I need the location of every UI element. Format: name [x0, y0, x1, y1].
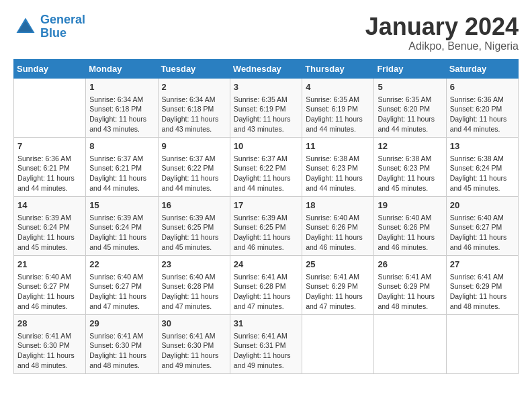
- calendar-cell: [446, 314, 518, 373]
- calendar-cell: 8Sunrise: 6:37 AM Sunset: 6:21 PM Daylig…: [86, 137, 158, 196]
- calendar-cell: 11Sunrise: 6:38 AM Sunset: 6:23 PM Dayli…: [302, 137, 374, 196]
- day-number: 5: [378, 81, 442, 93]
- day-info: Sunrise: 6:39 AM Sunset: 6:24 PM Dayligh…: [89, 213, 154, 253]
- weekday-header: Saturday: [446, 59, 518, 78]
- calendar-cell: 20Sunrise: 6:40 AM Sunset: 6:27 PM Dayli…: [446, 196, 518, 255]
- calendar-cell: 24Sunrise: 6:41 AM Sunset: 6:28 PM Dayli…: [230, 255, 302, 314]
- day-number: 21: [17, 259, 82, 271]
- day-number: 4: [306, 81, 370, 93]
- weekday-header: Wednesday: [230, 59, 302, 78]
- day-number: 26: [378, 259, 442, 271]
- calendar-cell: [302, 314, 374, 373]
- calendar-cell: 3Sunrise: 6:35 AM Sunset: 6:19 PM Daylig…: [230, 78, 302, 137]
- logo-icon: [13, 15, 38, 39]
- day-info: Sunrise: 6:35 AM Sunset: 6:19 PM Dayligh…: [234, 95, 298, 134]
- day-info: Sunrise: 6:40 AM Sunset: 6:26 PM Dayligh…: [378, 213, 442, 253]
- day-number: 23: [162, 259, 226, 271]
- day-number: 19: [378, 199, 442, 212]
- month-title: January 2024: [365, 13, 519, 40]
- day-info: Sunrise: 6:41 AM Sunset: 6:30 PM Dayligh…: [17, 331, 82, 371]
- day-number: 28: [17, 318, 82, 330]
- calendar-cell: 13Sunrise: 6:38 AM Sunset: 6:24 PM Dayli…: [446, 137, 518, 196]
- logo: General Blue: [13, 13, 85, 40]
- day-info: Sunrise: 6:37 AM Sunset: 6:21 PM Dayligh…: [89, 154, 154, 193]
- day-info: Sunrise: 6:38 AM Sunset: 6:23 PM Dayligh…: [306, 154, 370, 193]
- calendar-cell: 28Sunrise: 6:41 AM Sunset: 6:30 PM Dayli…: [14, 314, 86, 373]
- day-number: 18: [306, 199, 370, 212]
- day-number: 13: [450, 140, 515, 152]
- day-info: Sunrise: 6:40 AM Sunset: 6:27 PM Dayligh…: [89, 272, 154, 312]
- day-number: 11: [306, 140, 370, 152]
- day-info: Sunrise: 6:41 AM Sunset: 6:28 PM Dayligh…: [234, 272, 298, 312]
- calendar-cell: 14Sunrise: 6:39 AM Sunset: 6:24 PM Dayli…: [14, 196, 86, 255]
- calendar-week-row: 21Sunrise: 6:40 AM Sunset: 6:27 PM Dayli…: [14, 255, 519, 314]
- day-info: Sunrise: 6:36 AM Sunset: 6:20 PM Dayligh…: [450, 95, 515, 134]
- day-number: 1: [89, 81, 154, 93]
- calendar-cell: 5Sunrise: 6:35 AM Sunset: 6:20 PM Daylig…: [374, 78, 446, 137]
- calendar-cell: 15Sunrise: 6:39 AM Sunset: 6:24 PM Dayli…: [86, 196, 158, 255]
- day-info: Sunrise: 6:35 AM Sunset: 6:20 PM Dayligh…: [378, 95, 442, 134]
- day-number: 15: [89, 199, 154, 212]
- title-block: January 2024 Adikpo, Benue, Nigeria: [365, 13, 519, 52]
- day-info: Sunrise: 6:41 AM Sunset: 6:31 PM Dayligh…: [234, 331, 298, 371]
- day-number: 29: [89, 318, 154, 330]
- weekday-header: Thursday: [302, 59, 374, 78]
- calendar-cell: 6Sunrise: 6:36 AM Sunset: 6:20 PM Daylig…: [446, 78, 518, 137]
- day-number: 3: [234, 81, 298, 93]
- weekday-row: SundayMondayTuesdayWednesdayThursdayFrid…: [14, 59, 519, 78]
- calendar-week-row: 14Sunrise: 6:39 AM Sunset: 6:24 PM Dayli…: [14, 196, 519, 255]
- day-info: Sunrise: 6:40 AM Sunset: 6:27 PM Dayligh…: [17, 272, 82, 312]
- calendar-cell: 22Sunrise: 6:40 AM Sunset: 6:27 PM Dayli…: [86, 255, 158, 314]
- day-number: 30: [162, 318, 226, 330]
- day-info: Sunrise: 6:41 AM Sunset: 6:30 PM Dayligh…: [162, 331, 226, 371]
- day-info: Sunrise: 6:38 AM Sunset: 6:23 PM Dayligh…: [378, 154, 442, 193]
- day-number: 16: [162, 199, 226, 212]
- calendar-cell: [14, 78, 86, 137]
- day-info: Sunrise: 6:41 AM Sunset: 6:30 PM Dayligh…: [89, 331, 154, 371]
- calendar-cell: 19Sunrise: 6:40 AM Sunset: 6:26 PM Dayli…: [374, 196, 446, 255]
- location-title: Adikpo, Benue, Nigeria: [365, 40, 519, 52]
- calendar-cell: 12Sunrise: 6:38 AM Sunset: 6:23 PM Dayli…: [374, 137, 446, 196]
- calendar-cell: 16Sunrise: 6:39 AM Sunset: 6:25 PM Dayli…: [158, 196, 230, 255]
- day-info: Sunrise: 6:41 AM Sunset: 6:29 PM Dayligh…: [306, 272, 370, 312]
- calendar-cell: 31Sunrise: 6:41 AM Sunset: 6:31 PM Dayli…: [230, 314, 302, 373]
- calendar-cell: [374, 314, 446, 373]
- day-number: 24: [234, 259, 298, 271]
- calendar-cell: 17Sunrise: 6:39 AM Sunset: 6:25 PM Dayli…: [230, 196, 302, 255]
- calendar-week-row: 1Sunrise: 6:34 AM Sunset: 6:18 PM Daylig…: [14, 78, 519, 137]
- day-info: Sunrise: 6:39 AM Sunset: 6:25 PM Dayligh…: [234, 213, 298, 253]
- day-number: 2: [162, 81, 226, 93]
- calendar-week-row: 28Sunrise: 6:41 AM Sunset: 6:30 PM Dayli…: [14, 314, 519, 373]
- day-info: Sunrise: 6:40 AM Sunset: 6:28 PM Dayligh…: [162, 272, 226, 312]
- day-number: 20: [450, 199, 515, 212]
- calendar-cell: 1Sunrise: 6:34 AM Sunset: 6:18 PM Daylig…: [86, 78, 158, 137]
- calendar-cell: 10Sunrise: 6:37 AM Sunset: 6:22 PM Dayli…: [230, 137, 302, 196]
- calendar-cell: 29Sunrise: 6:41 AM Sunset: 6:30 PM Dayli…: [86, 314, 158, 373]
- day-info: Sunrise: 6:38 AM Sunset: 6:24 PM Dayligh…: [450, 154, 515, 193]
- day-info: Sunrise: 6:40 AM Sunset: 6:26 PM Dayligh…: [306, 213, 370, 253]
- day-number: 10: [234, 140, 298, 152]
- day-number: 14: [17, 199, 82, 212]
- day-number: 8: [89, 140, 154, 152]
- calendar-cell: 25Sunrise: 6:41 AM Sunset: 6:29 PM Dayli…: [302, 255, 374, 314]
- day-number: 7: [17, 140, 82, 152]
- day-info: Sunrise: 6:34 AM Sunset: 6:18 PM Dayligh…: [162, 95, 226, 134]
- day-number: 31: [234, 318, 298, 330]
- calendar-cell: 9Sunrise: 6:37 AM Sunset: 6:22 PM Daylig…: [158, 137, 230, 196]
- day-number: 17: [234, 199, 298, 212]
- weekday-header: Friday: [374, 59, 446, 78]
- day-number: 6: [450, 81, 515, 93]
- day-info: Sunrise: 6:37 AM Sunset: 6:22 PM Dayligh…: [234, 154, 298, 193]
- calendar-cell: 7Sunrise: 6:36 AM Sunset: 6:21 PM Daylig…: [14, 137, 86, 196]
- day-info: Sunrise: 6:37 AM Sunset: 6:22 PM Dayligh…: [162, 154, 226, 193]
- calendar-cell: 4Sunrise: 6:35 AM Sunset: 6:19 PM Daylig…: [302, 78, 374, 137]
- calendar-week-row: 7Sunrise: 6:36 AM Sunset: 6:21 PM Daylig…: [14, 137, 519, 196]
- calendar-cell: 23Sunrise: 6:40 AM Sunset: 6:28 PM Dayli…: [158, 255, 230, 314]
- weekday-header: Tuesday: [158, 59, 230, 78]
- day-info: Sunrise: 6:34 AM Sunset: 6:18 PM Dayligh…: [89, 95, 154, 134]
- day-info: Sunrise: 6:41 AM Sunset: 6:29 PM Dayligh…: [450, 272, 515, 312]
- page-header: General Blue January 2024 Adikpo, Benue,…: [13, 13, 519, 52]
- day-number: 22: [89, 259, 154, 271]
- calendar-header: SundayMondayTuesdayWednesdayThursdayFrid…: [14, 59, 519, 78]
- calendar-cell: 18Sunrise: 6:40 AM Sunset: 6:26 PM Dayli…: [302, 196, 374, 255]
